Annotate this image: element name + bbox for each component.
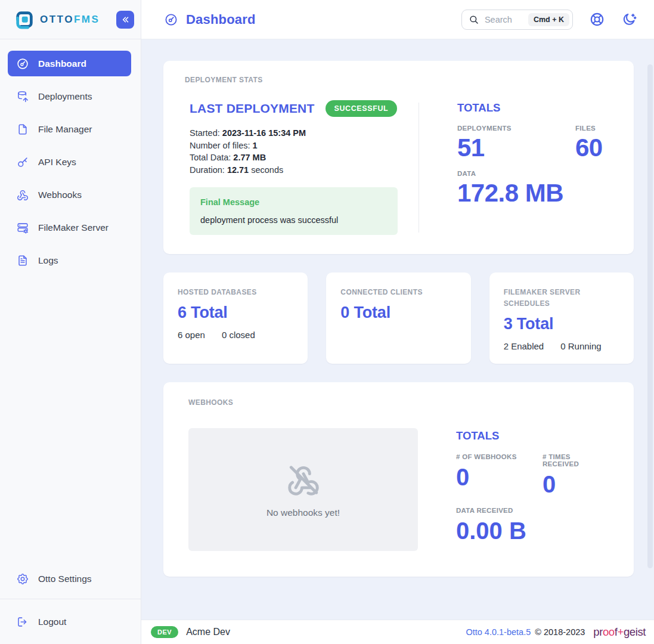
fms-schedules-details: 2 Enabled 0 Running [504,341,619,351]
environment-badge: DEV [151,626,178,638]
last-deployment-panel: LAST DEPLOYMENT SUCCESSFUL Started: 2023… [185,100,419,235]
copyright-text: © 2018-2023 [535,627,585,637]
gear-icon [16,572,29,586]
server-gear-icon [16,221,29,234]
sidebar-item-label: FileMaker Server [38,222,109,233]
search-input[interactable] [483,14,524,25]
sidebar-spacer [0,280,141,559]
moon-icon [621,11,637,27]
stat-data-received: DATA RECEIVED 0.00 B [456,507,609,545]
topbar-actions: Cmd + K [461,10,637,30]
sidebar-item-otto-settings[interactable]: Otto Settings [0,559,141,599]
lifebuoy-icon [589,11,605,27]
hosted-databases-card: HOSTED DATABASES 6 Total 6 open 0 closed [163,273,308,364]
sidebar-item-label: Logs [38,255,58,266]
status-badge: SUCCESSFUL [326,100,398,117]
webhook-slash-icon [285,462,322,499]
final-message-box: Final Message deployment process was suc… [190,187,398,235]
gauge-icon [164,13,178,27]
collapse-sidebar-button[interactable] [116,11,134,29]
file-icon [16,123,29,136]
webhooks-totals-title: TOTALS [456,429,609,442]
deployment-data-line: Total Data: 2.77 MB [190,151,419,164]
footer-bar: DEV Acme Dev Otto 4.0.1-beta.5 © 2018-20… [141,620,654,644]
help-button[interactable] [589,11,605,27]
sidebar-nav: Dashboard Deployments [0,39,141,280]
server-name: Acme Dev [186,627,230,637]
sidebar-item-file-manager[interactable]: File Manager [8,116,131,142]
brand-wordmark: OTTOFMS [40,14,100,26]
footer-right: Otto 4.0.1-beta.5 © 2018-2023 proof+geis… [466,626,646,639]
summary-cards-row: HOSTED DATABASES 6 Total 6 open 0 closed… [163,273,634,364]
fms-schedules-card: FILEMAKER SERVER SCHEDULES 3 Total 2 Ena… [489,273,634,364]
sidebar-item-filemaker-server[interactable]: FileMaker Server [8,215,131,240]
stat-times-received: # TIMES RECEIVED 0 [543,453,609,499]
dark-mode-toggle[interactable] [621,11,637,27]
page-title: Dashboard [186,12,256,27]
webhooks-empty-state: No webhooks yet! [188,428,418,551]
dashboard-content: DEPLOYMENT STATS LAST DEPLOYMENT SUCCESS… [141,39,654,620]
key-icon [16,156,29,169]
double-chevron-left-icon [120,14,131,25]
sidebar-item-api-keys[interactable]: API Keys [8,149,131,175]
search-box[interactable]: Cmd + K [461,10,573,30]
page-title-group: Dashboard [164,3,256,36]
proof-geist-logo: proof+geist [593,626,646,639]
sidebar-header: OTTOFMS [0,0,141,39]
document-lines-icon [16,254,29,267]
deployment-stats-label: DEPLOYMENT STATS [185,76,616,84]
hosted-databases-details: 6 open 0 closed [178,330,293,340]
deployment-totals-panel: TOTALS DEPLOYMENTS 51 FILES 60 [419,100,616,235]
stat-data: DATA 172.8 MB [457,170,616,208]
sidebar-item-label: Dashboard [38,58,86,69]
sidebar-item-label: File Manager [38,124,92,135]
keyboard-shortcut-badge: Cmd + K [528,13,569,26]
sidebar-item-logs[interactable]: Logs [8,247,131,273]
webhook-icon [16,188,29,202]
deployment-started-line: Started: 2023-11-16 15:34 PM [190,127,419,140]
webhooks-label: WEBHOOKS [188,398,609,407]
stat-deployments: DEPLOYMENTS 51 [457,125,575,163]
final-message-title: Final Message [200,197,387,207]
webhooks-card: WEBHOOKS No webhooks yet! [163,382,634,577]
sidebar-item-dashboard[interactable]: Dashboard [8,51,131,76]
last-deployment-title: LAST DEPLOYMENT [190,101,315,116]
search-icon [469,14,479,25]
sidebar-item-label: API Keys [38,157,76,168]
database-upload-icon [16,90,29,103]
logout-icon [16,615,29,628]
version-link[interactable]: Otto 4.0.1-beta.5 [466,627,531,637]
webhooks-empty-text: No webhooks yet! [266,507,340,518]
totals-title: TOTALS [457,101,616,114]
deployment-stats-grid: LAST DEPLOYMENT SUCCESSFUL Started: 2023… [185,100,616,235]
deployment-files-line: Number of files: 1 [190,140,419,152]
gauge-icon [16,57,29,70]
scrollbar-thumb[interactable] [647,64,653,568]
app-window: OTTOFMS Dashboard [0,0,654,644]
sidebar-item-webhooks[interactable]: Webhooks [8,182,131,208]
sidebar-item-deployments[interactable]: Deployments [8,83,131,109]
connected-clients-card: CONNECTED CLIENTS 0 Total [326,273,470,364]
final-message-text: deployment process was successful [200,215,387,225]
main-area: Dashboard Cmd + K [141,0,654,644]
settings-label: Otto Settings [38,574,92,584]
deployment-stats-card: DEPLOYMENT STATS LAST DEPLOYMENT SUCCESS… [163,61,634,254]
ottofms-logo-icon [14,10,35,30]
deployment-detail-lines: Started: 2023-11-16 15:34 PM Number of f… [190,127,419,176]
stat-webhook-count: # OF WEBHOOKS 0 [456,453,543,499]
stat-files: FILES 60 [575,125,616,163]
sidebar-item-label: Webhooks [38,190,82,200]
sidebar-item-label: Deployments [38,91,92,102]
top-header: Dashboard Cmd + K [141,0,654,39]
sidebar: OTTOFMS Dashboard [0,0,141,644]
webhooks-totals-panel: TOTALS # OF WEBHOOKS 0 # TIMES RECEIVED … [418,428,609,551]
deployment-duration-line: Duration: 12.71 seconds [190,164,419,177]
sidebar-item-logout[interactable]: Logout [0,599,141,644]
logout-label: Logout [38,617,66,627]
